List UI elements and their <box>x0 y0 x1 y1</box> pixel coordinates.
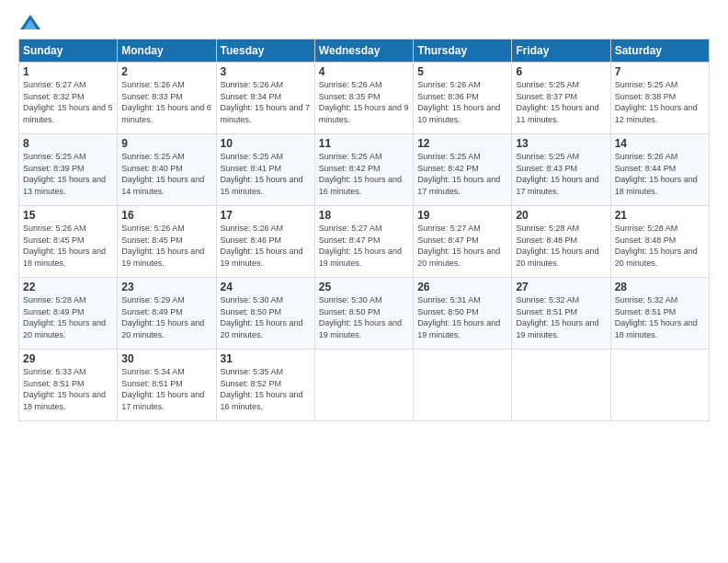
day-info: Sunrise: 5:26 AMSunset: 8:46 PMDaylight:… <box>221 224 303 268</box>
header-sunday: Sunday <box>19 40 118 63</box>
header <box>18 15 710 29</box>
day-info: Sunrise: 5:29 AMSunset: 8:49 PMDaylight:… <box>121 295 204 339</box>
calendar-cell: 7Sunrise: 5:25 AMSunset: 8:38 PMDaylight… <box>610 63 709 134</box>
day-info: Sunrise: 5:26 AMSunset: 8:36 PMDaylight:… <box>417 80 500 124</box>
day-number: 22 <box>23 281 113 293</box>
day-info: Sunrise: 5:25 AMSunset: 8:42 PMDaylight:… <box>417 152 500 196</box>
calendar-cell: 24Sunrise: 5:30 AMSunset: 8:50 PMDayligh… <box>216 278 314 350</box>
day-number: 29 <box>23 352 113 365</box>
day-number: 8 <box>23 137 113 150</box>
day-info: Sunrise: 5:30 AMSunset: 8:50 PMDaylight:… <box>319 295 402 339</box>
header-saturday: Saturday <box>610 40 709 63</box>
day-info: Sunrise: 5:25 AMSunset: 8:40 PMDaylight:… <box>121 152 204 196</box>
calendar-cell <box>414 350 512 421</box>
day-info: Sunrise: 5:32 AMSunset: 8:51 PMDaylight:… <box>516 295 598 339</box>
calendar-cell: 12Sunrise: 5:25 AMSunset: 8:42 PMDayligh… <box>414 134 512 206</box>
calendar-cell: 29Sunrise: 5:33 AMSunset: 8:51 PMDayligh… <box>19 350 118 421</box>
calendar-cell: 21Sunrise: 5:28 AMSunset: 8:48 PMDayligh… <box>610 206 709 278</box>
calendar-cell: 19Sunrise: 5:27 AMSunset: 8:47 PMDayligh… <box>414 206 512 278</box>
calendar-table: Sunday Monday Tuesday Wednesday Thursday… <box>18 39 710 421</box>
day-number: 19 <box>417 209 507 222</box>
day-number: 21 <box>615 209 705 222</box>
day-number: 31 <box>221 352 311 365</box>
calendar-cell: 31Sunrise: 5:35 AMSunset: 8:52 PMDayligh… <box>216 350 314 421</box>
calendar-cell: 8Sunrise: 5:25 AMSunset: 8:39 PMDaylight… <box>19 134 118 206</box>
calendar-cell: 16Sunrise: 5:26 AMSunset: 8:45 PMDayligh… <box>118 206 216 278</box>
calendar-cell <box>314 350 413 421</box>
day-number: 11 <box>319 137 409 150</box>
day-info: Sunrise: 5:26 AMSunset: 8:34 PMDaylight:… <box>221 80 311 124</box>
day-number: 16 <box>121 209 211 222</box>
header-wednesday: Wednesday <box>314 40 413 63</box>
day-number: 30 <box>121 352 211 365</box>
calendar-cell: 15Sunrise: 5:26 AMSunset: 8:45 PMDayligh… <box>19 206 118 278</box>
header-friday: Friday <box>512 40 610 63</box>
day-info: Sunrise: 5:27 AMSunset: 8:47 PMDaylight:… <box>417 224 500 268</box>
day-info: Sunrise: 5:26 AMSunset: 8:33 PMDaylight:… <box>121 80 211 124</box>
day-number: 3 <box>221 65 311 78</box>
calendar-cell: 14Sunrise: 5:26 AMSunset: 8:44 PMDayligh… <box>610 134 709 206</box>
calendar-cell: 1Sunrise: 5:27 AMSunset: 8:32 PMDaylight… <box>19 63 118 134</box>
calendar-cell <box>512 350 610 421</box>
day-info: Sunrise: 5:27 AMSunset: 8:47 PMDaylight:… <box>319 224 402 268</box>
day-number: 15 <box>23 209 113 222</box>
day-info: Sunrise: 5:34 AMSunset: 8:51 PMDaylight:… <box>121 367 204 411</box>
calendar-cell: 9Sunrise: 5:25 AMSunset: 8:40 PMDaylight… <box>118 134 216 206</box>
calendar-cell: 13Sunrise: 5:25 AMSunset: 8:43 PMDayligh… <box>512 134 610 206</box>
calendar-cell <box>610 350 709 421</box>
calendar-cell: 30Sunrise: 5:34 AMSunset: 8:51 PMDayligh… <box>118 350 216 421</box>
day-info: Sunrise: 5:25 AMSunset: 8:41 PMDaylight:… <box>221 152 303 196</box>
day-info: Sunrise: 5:26 AMSunset: 8:45 PMDaylight:… <box>23 224 106 268</box>
day-info: Sunrise: 5:27 AMSunset: 8:32 PMDaylight:… <box>23 80 113 124</box>
day-number: 13 <box>516 137 606 150</box>
day-number: 28 <box>615 281 705 293</box>
calendar-cell: 26Sunrise: 5:31 AMSunset: 8:50 PMDayligh… <box>414 278 512 350</box>
calendar-cell: 27Sunrise: 5:32 AMSunset: 8:51 PMDayligh… <box>512 278 610 350</box>
calendar-cell: 6Sunrise: 5:25 AMSunset: 8:37 PMDaylight… <box>512 63 610 134</box>
day-info: Sunrise: 5:30 AMSunset: 8:50 PMDaylight:… <box>221 295 303 339</box>
day-number: 27 <box>516 281 606 293</box>
calendar-header-row: Sunday Monday Tuesday Wednesday Thursday… <box>19 40 710 63</box>
day-number: 17 <box>221 209 311 222</box>
day-number: 6 <box>516 65 606 78</box>
day-info: Sunrise: 5:25 AMSunset: 8:43 PMDaylight:… <box>516 152 598 196</box>
page: Sunday Monday Tuesday Wednesday Thursday… <box>0 0 728 563</box>
day-number: 12 <box>417 137 507 150</box>
day-info: Sunrise: 5:35 AMSunset: 8:52 PMDaylight:… <box>221 367 303 411</box>
calendar-row: 1Sunrise: 5:27 AMSunset: 8:32 PMDaylight… <box>19 63 710 134</box>
day-number: 14 <box>615 137 705 150</box>
day-info: Sunrise: 5:32 AMSunset: 8:51 PMDaylight:… <box>615 295 698 339</box>
logo-icon <box>20 15 40 29</box>
calendar-cell: 18Sunrise: 5:27 AMSunset: 8:47 PMDayligh… <box>314 206 413 278</box>
header-monday: Monday <box>118 40 216 63</box>
day-number: 20 <box>516 209 606 222</box>
calendar-cell: 17Sunrise: 5:26 AMSunset: 8:46 PMDayligh… <box>216 206 314 278</box>
day-info: Sunrise: 5:33 AMSunset: 8:51 PMDaylight:… <box>23 367 106 411</box>
day-info: Sunrise: 5:25 AMSunset: 8:37 PMDaylight:… <box>516 80 598 124</box>
calendar-row: 29Sunrise: 5:33 AMSunset: 8:51 PMDayligh… <box>19 350 710 421</box>
header-tuesday: Tuesday <box>216 40 314 63</box>
calendar-cell: 4Sunrise: 5:26 AMSunset: 8:35 PMDaylight… <box>314 63 413 134</box>
day-number: 4 <box>319 65 409 78</box>
calendar-cell: 11Sunrise: 5:25 AMSunset: 8:42 PMDayligh… <box>314 134 413 206</box>
calendar-cell: 5Sunrise: 5:26 AMSunset: 8:36 PMDaylight… <box>414 63 512 134</box>
day-info: Sunrise: 5:26 AMSunset: 8:44 PMDaylight:… <box>615 152 698 196</box>
calendar-cell: 10Sunrise: 5:25 AMSunset: 8:41 PMDayligh… <box>216 134 314 206</box>
day-number: 1 <box>23 65 113 78</box>
day-info: Sunrise: 5:26 AMSunset: 8:35 PMDaylight:… <box>319 80 409 124</box>
header-thursday: Thursday <box>414 40 512 63</box>
day-info: Sunrise: 5:28 AMSunset: 8:48 PMDaylight:… <box>516 224 598 268</box>
day-info: Sunrise: 5:25 AMSunset: 8:38 PMDaylight:… <box>615 80 698 124</box>
day-number: 23 <box>121 281 211 293</box>
day-info: Sunrise: 5:31 AMSunset: 8:50 PMDaylight:… <box>417 295 500 339</box>
calendar-cell: 20Sunrise: 5:28 AMSunset: 8:48 PMDayligh… <box>512 206 610 278</box>
calendar-cell: 3Sunrise: 5:26 AMSunset: 8:34 PMDaylight… <box>216 63 314 134</box>
logo <box>18 15 40 29</box>
calendar-cell: 23Sunrise: 5:29 AMSunset: 8:49 PMDayligh… <box>118 278 216 350</box>
day-number: 26 <box>417 281 507 293</box>
calendar-cell: 25Sunrise: 5:30 AMSunset: 8:50 PMDayligh… <box>314 278 413 350</box>
day-number: 2 <box>121 65 211 78</box>
calendar-cell: 28Sunrise: 5:32 AMSunset: 8:51 PMDayligh… <box>610 278 709 350</box>
calendar-cell: 2Sunrise: 5:26 AMSunset: 8:33 PMDaylight… <box>118 63 216 134</box>
calendar-row: 22Sunrise: 5:28 AMSunset: 8:49 PMDayligh… <box>19 278 710 350</box>
